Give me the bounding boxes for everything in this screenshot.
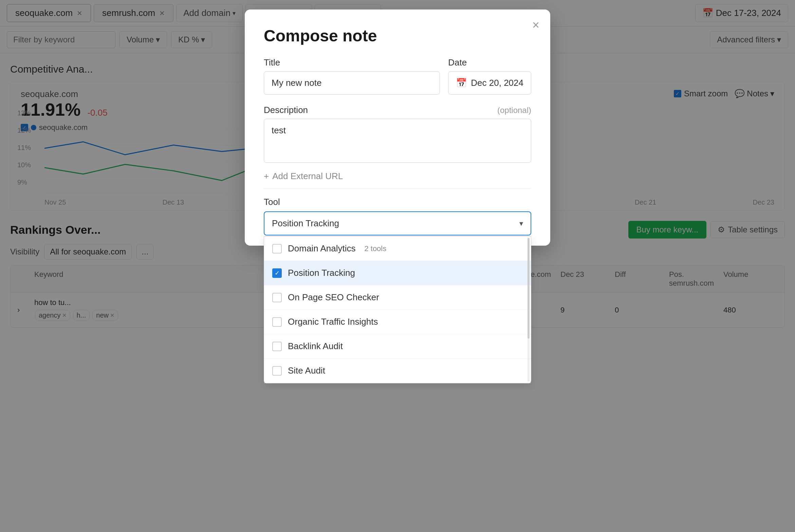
tool-option-on-page-seo[interactable]: On Page SEO Checker	[264, 285, 531, 310]
tool-option-position-tracking[interactable]: ✓ Position Tracking	[264, 261, 531, 285]
description-header: Description (optional)	[264, 105, 531, 115]
tool-label: Tool	[264, 197, 531, 207]
compose-note-modal: × Compose note Title Date 📅 Dec 20, 2024…	[245, 10, 550, 246]
modal-fields-row: Title Date 📅 Dec 20, 2024	[264, 57, 531, 95]
plus-icon: +	[264, 171, 269, 182]
description-field-label: Description	[264, 105, 308, 115]
modal-title: Compose note	[264, 26, 531, 45]
tool-checkbox-position-tracking[interactable]: ✓	[272, 268, 282, 278]
tool-option-organic-traffic-label: Organic Traffic Insights	[288, 317, 378, 327]
tool-checkbox-backlink-audit[interactable]	[272, 342, 282, 351]
tool-count-domain-analytics: 2 tools	[364, 244, 386, 253]
tool-option-on-page-seo-label: On Page SEO Checker	[288, 292, 379, 303]
title-input[interactable]	[264, 71, 440, 95]
modal-close-btn[interactable]: ×	[532, 19, 539, 31]
tool-selected-label: Position Tracking	[272, 218, 339, 229]
tool-dropdown-list: Domain Analytics 2 tools ✓ Position Trac…	[264, 236, 531, 383]
tool-checkbox-domain-analytics[interactable]	[272, 244, 282, 253]
tool-option-site-audit-label: Site Audit	[288, 365, 325, 376]
tool-option-backlink-audit-label: Backlink Audit	[288, 341, 343, 352]
title-field-group: Title	[264, 57, 440, 95]
tool-dropdown-selected[interactable]: Position Tracking ▾	[264, 211, 531, 235]
calendar-icon: 📅	[456, 78, 467, 88]
tool-option-domain-analytics[interactable]: Domain Analytics 2 tools	[264, 236, 531, 261]
date-field-group: Date 📅 Dec 20, 2024	[448, 57, 531, 95]
title-field-label: Title	[264, 57, 440, 68]
optional-label: (optional)	[497, 106, 531, 115]
tool-checkbox-on-page-seo[interactable]	[272, 293, 282, 302]
chevron-down-icon-tool: ▾	[519, 219, 523, 228]
description-textarea[interactable]: test	[264, 119, 531, 163]
date-value-label: Dec 20, 2024	[471, 78, 523, 88]
tool-option-domain-analytics-label: Domain Analytics	[288, 243, 355, 254]
add-external-url-btn[interactable]: Add External URL	[272, 171, 343, 182]
tool-option-backlink-audit[interactable]: Backlink Audit	[264, 334, 531, 359]
tool-checkbox-organic-traffic[interactable]	[272, 317, 282, 327]
tool-option-site-audit[interactable]: Site Audit	[264, 359, 531, 383]
scroll-track	[528, 238, 530, 382]
scroll-thumb	[528, 238, 530, 339]
date-picker-btn[interactable]: 📅 Dec 20, 2024	[448, 71, 531, 95]
tool-checkbox-site-audit[interactable]	[272, 366, 282, 376]
tool-option-organic-traffic[interactable]: Organic Traffic Insights	[264, 310, 531, 334]
add-url-row: + Add External URL	[264, 164, 531, 189]
tool-option-position-tracking-label: Position Tracking	[288, 268, 355, 278]
date-field-label: Date	[448, 57, 531, 68]
tool-dropdown-container: Position Tracking ▾ Domain Analytics 2 t…	[264, 211, 531, 235]
